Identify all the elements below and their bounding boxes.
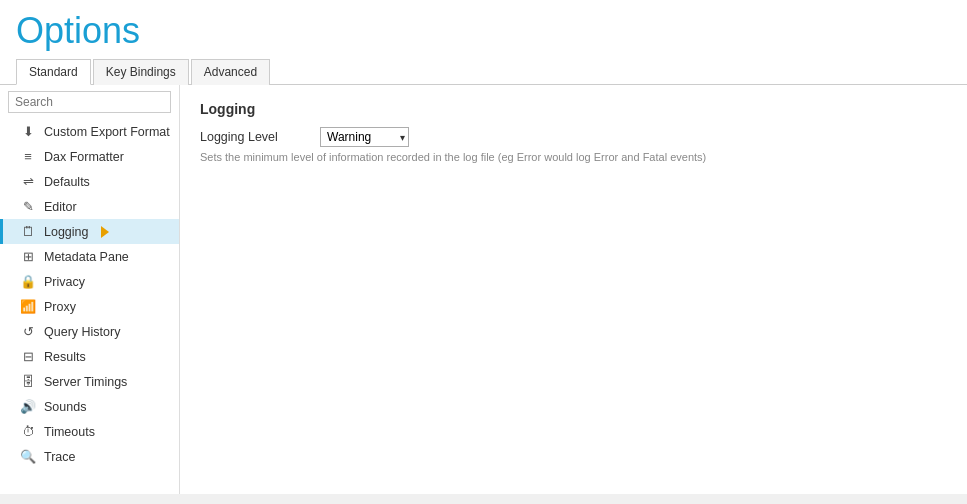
metadata-pane-icon: ⊞: [20, 249, 36, 264]
sidebar-item-label: Proxy: [44, 300, 76, 314]
defaults-icon: ⇌: [20, 174, 36, 189]
sidebar-item-timeouts[interactable]: ⏱ Timeouts: [0, 419, 179, 444]
section-title: Logging: [200, 101, 947, 117]
sidebar-item-label: Defaults: [44, 175, 90, 189]
sidebar-item-custom-export-format[interactable]: ⬇ Custom Export Format: [0, 119, 179, 144]
sidebar-item-defaults[interactable]: ⇌ Defaults: [0, 169, 179, 194]
sidebar-item-label: Timeouts: [44, 425, 95, 439]
trace-icon: 🔍: [20, 449, 36, 464]
results-icon: ⊟: [20, 349, 36, 364]
logging-level-select-wrapper: Error Warning Information Debug Verbose: [320, 127, 409, 147]
logging-level-description: Sets the minimum level of information re…: [200, 151, 947, 163]
server-timings-icon: 🗄: [20, 374, 36, 389]
sidebar-item-label: Custom Export Format: [44, 125, 170, 139]
search-input[interactable]: [8, 91, 171, 113]
sidebar-item-logging[interactable]: 🗒 Logging: [0, 219, 179, 244]
sidebar-item-label: Privacy: [44, 275, 85, 289]
sidebar-item-server-timings[interactable]: 🗄 Server Timings: [0, 369, 179, 394]
sounds-icon: 🔊: [20, 399, 36, 414]
sidebar-item-dax-formatter[interactable]: ≡ Dax Formatter: [0, 144, 179, 169]
sidebar-item-trace[interactable]: 🔍 Trace: [0, 444, 179, 469]
sidebar: ⬇ Custom Export Format ≡ Dax Formatter ⇌…: [0, 85, 180, 494]
tabs-bar: Standard Key Bindings Advanced: [0, 58, 967, 85]
sidebar-item-label: Logging: [44, 225, 89, 239]
sidebar-item-metadata-pane[interactable]: ⊞ Metadata Pane: [0, 244, 179, 269]
logging-level-label: Logging Level: [200, 130, 300, 144]
query-history-icon: ↺: [20, 324, 36, 339]
sidebar-item-label: Query History: [44, 325, 120, 339]
sidebar-item-label: Editor: [44, 200, 77, 214]
sidebar-item-label: Metadata Pane: [44, 250, 129, 264]
custom-export-icon: ⬇: [20, 124, 36, 139]
sidebar-item-proxy[interactable]: 📶 Proxy: [0, 294, 179, 319]
sidebar-item-results[interactable]: ⊟ Results: [0, 344, 179, 369]
tab-standard[interactable]: Standard: [16, 59, 91, 85]
privacy-icon: 🔒: [20, 274, 36, 289]
sidebar-item-label: Server Timings: [44, 375, 127, 389]
sidebar-item-label: Trace: [44, 450, 76, 464]
sidebar-item-privacy[interactable]: 🔒 Privacy: [0, 269, 179, 294]
page-title: Options: [0, 0, 967, 58]
editor-icon: ✎: [20, 199, 36, 214]
content-area: Logging Logging Level Error Warning Info…: [180, 85, 967, 494]
sidebar-item-label: Dax Formatter: [44, 150, 124, 164]
logging-level-select[interactable]: Error Warning Information Debug Verbose: [320, 127, 409, 147]
sidebar-item-editor[interactable]: ✎ Editor: [0, 194, 179, 219]
tab-keybindings[interactable]: Key Bindings: [93, 59, 189, 85]
setting-row-logging-level: Logging Level Error Warning Information …: [200, 127, 947, 147]
cursor-indicator: [101, 226, 109, 238]
sidebar-item-sounds[interactable]: 🔊 Sounds: [0, 394, 179, 419]
sidebar-item-label: Results: [44, 350, 86, 364]
dax-formatter-icon: ≡: [20, 149, 36, 164]
sidebar-item-label: Sounds: [44, 400, 86, 414]
proxy-icon: 📶: [20, 299, 36, 314]
timeouts-icon: ⏱: [20, 424, 36, 439]
tab-advanced[interactable]: Advanced: [191, 59, 270, 85]
logging-icon: 🗒: [20, 224, 36, 239]
sidebar-item-query-history[interactable]: ↺ Query History: [0, 319, 179, 344]
